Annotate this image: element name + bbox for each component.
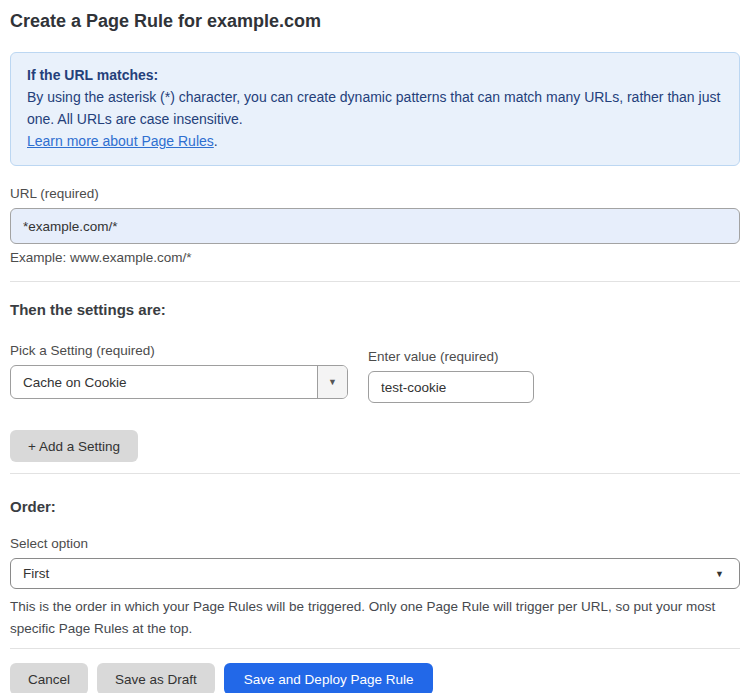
- add-setting-button[interactable]: + Add a Setting: [10, 430, 138, 462]
- enter-value-label: Enter value (required): [368, 349, 534, 365]
- link-suffix: .: [214, 133, 218, 149]
- order-help-text: This is the order in which your Page Rul…: [10, 596, 736, 640]
- save-and-deploy-button[interactable]: Save and Deploy Page Rule: [224, 663, 434, 693]
- url-match-info-box: If the URL matches: By using the asteris…: [10, 52, 740, 166]
- pick-setting-selected-value: Cache on Cookie: [11, 366, 317, 398]
- divider: [10, 648, 740, 649]
- order-select-label: Select option: [10, 536, 740, 552]
- save-as-draft-button[interactable]: Save as Draft: [97, 663, 215, 693]
- page-title: Create a Page Rule for example.com: [10, 0, 740, 33]
- chevron-down-icon: ▼: [715, 569, 724, 579]
- divider: [10, 281, 740, 282]
- divider: [10, 473, 740, 474]
- url-input[interactable]: [10, 208, 740, 244]
- setting-value-input[interactable]: [368, 371, 534, 403]
- setting-row: Pick a Setting (required) Cache on Cooki…: [10, 343, 740, 403]
- footer-actions: Cancel Save as Draft Save and Deploy Pag…: [10, 663, 740, 693]
- info-box-heading: If the URL matches:: [27, 64, 723, 86]
- info-box-body: By using the asterisk (*) character, you…: [27, 86, 723, 130]
- info-box-link-line: Learn more about Page Rules.: [27, 130, 723, 152]
- settings-section-heading: Then the settings are:: [10, 301, 740, 319]
- pick-setting-label: Pick a Setting (required): [10, 343, 348, 359]
- pick-setting-dropdown[interactable]: Cache on Cookie ▼: [10, 365, 348, 399]
- url-example-hint: Example: www.example.com/*: [10, 250, 740, 266]
- create-page-rule-form: Create a Page Rule for example.com If th…: [0, 0, 750, 693]
- order-section-heading: Order:: [10, 498, 740, 516]
- order-selected-value: First: [23, 566, 49, 581]
- learn-more-link[interactable]: Learn more about Page Rules: [27, 133, 214, 149]
- enter-value-column: Enter value (required): [368, 343, 534, 403]
- pick-setting-column: Pick a Setting (required) Cache on Cooki…: [10, 343, 348, 399]
- cancel-button[interactable]: Cancel: [10, 663, 88, 693]
- order-select-dropdown[interactable]: First ▼: [10, 558, 740, 589]
- chevron-down-icon[interactable]: ▼: [317, 366, 347, 398]
- url-label: URL (required): [10, 186, 740, 202]
